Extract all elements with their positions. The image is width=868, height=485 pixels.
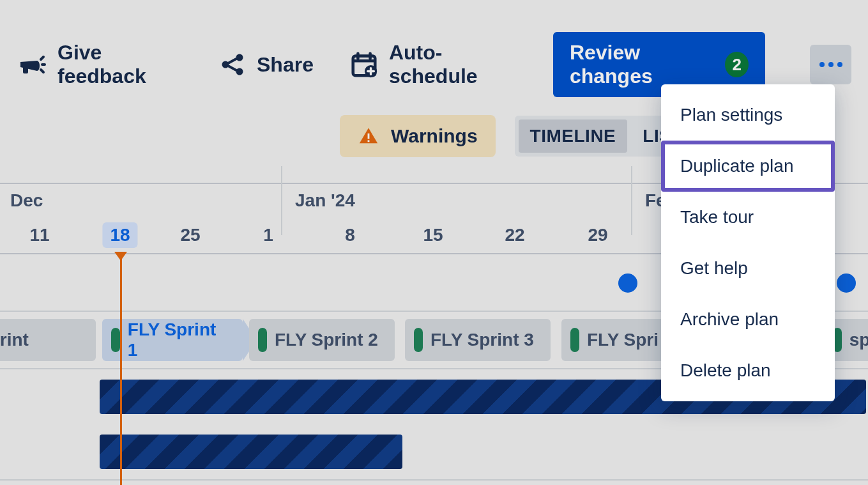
day-label: 1 — [263, 225, 273, 245]
sprint-label: FLY Spri — [587, 330, 659, 350]
review-changes-count: 2 — [725, 52, 749, 77]
milestone-dot[interactable] — [837, 273, 856, 293]
month-label: Dec — [10, 190, 43, 211]
calendar-plus-icon — [349, 50, 379, 79]
day-label: 15 — [423, 225, 443, 245]
status-indicator — [258, 328, 267, 352]
svg-point-2 — [236, 68, 243, 75]
day-label: 18 — [102, 222, 137, 248]
timeline-view-button[interactable]: TIMELINE — [519, 119, 628, 153]
sprint-label: t sprint — [0, 330, 29, 350]
milestone-dot[interactable] — [618, 273, 637, 293]
status-indicator — [414, 328, 423, 352]
status-indicator — [570, 328, 579, 352]
svg-point-6 — [828, 62, 834, 67]
warning-icon — [358, 125, 379, 147]
day-label: 8 — [345, 225, 355, 245]
menu-item-get-help[interactable]: Get help — [661, 243, 835, 294]
menu-item-archive-plan[interactable]: Archive plan — [661, 294, 835, 345]
share-button[interactable]: Share — [218, 50, 314, 79]
auto-schedule-label: Auto-schedule — [389, 41, 517, 88]
sprint-label: FLY Sprint 1 — [128, 319, 230, 360]
svg-point-1 — [236, 54, 243, 61]
warnings-button[interactable]: Warnings — [340, 115, 496, 157]
auto-schedule-button[interactable]: Auto-schedule — [349, 41, 517, 88]
megaphone-icon — [17, 49, 47, 80]
svg-rect-9 — [368, 140, 370, 142]
share-label: Share — [257, 53, 314, 77]
share-icon — [218, 50, 247, 79]
sprint-chip[interactable]: FLY Sprint 2 — [249, 319, 395, 361]
day-label: 29 — [588, 225, 607, 245]
menu-item-duplicate-plan[interactable]: Duplicate plan — [661, 141, 835, 192]
sprint-label: spr… — [849, 330, 868, 350]
status-indicator — [111, 328, 120, 352]
sprint-chip[interactable]: FLY Sprint 3 — [405, 319, 551, 361]
sprint-chip[interactable]: t sprint — [0, 319, 96, 361]
give-feedback-label: Give feedback — [57, 41, 183, 88]
more-actions-button[interactable] — [810, 45, 851, 84]
ellipsis-icon — [817, 61, 845, 68]
svg-rect-8 — [368, 134, 370, 139]
task-bar[interactable] — [100, 435, 402, 469]
menu-item-delete-plan[interactable]: Delete plan — [661, 345, 835, 396]
give-feedback-button[interactable]: Give feedback — [17, 41, 183, 88]
today-marker — [120, 254, 122, 485]
menu-item-take-tour[interactable]: Take tour — [661, 192, 835, 243]
review-changes-label: Review changes — [570, 41, 716, 88]
sprint-label: FLY Sprint 2 — [275, 330, 378, 350]
menu-item-plan-settings[interactable]: Plan settings — [661, 89, 835, 141]
sprint-chip[interactable]: FLY Spri — [561, 319, 674, 361]
more-actions-menu: Plan settingsDuplicate planTake tourGet … — [661, 84, 835, 401]
warnings-label: Warnings — [391, 125, 478, 147]
day-label: 22 — [505, 225, 524, 245]
sprint-label: FLY Sprint 3 — [430, 330, 534, 350]
sprint-chip[interactable]: FLY Sprint 1 — [102, 319, 243, 361]
svg-point-5 — [819, 62, 825, 67]
day-label: 25 — [180, 225, 200, 245]
svg-point-7 — [837, 62, 842, 67]
day-label: 11 — [29, 225, 49, 245]
